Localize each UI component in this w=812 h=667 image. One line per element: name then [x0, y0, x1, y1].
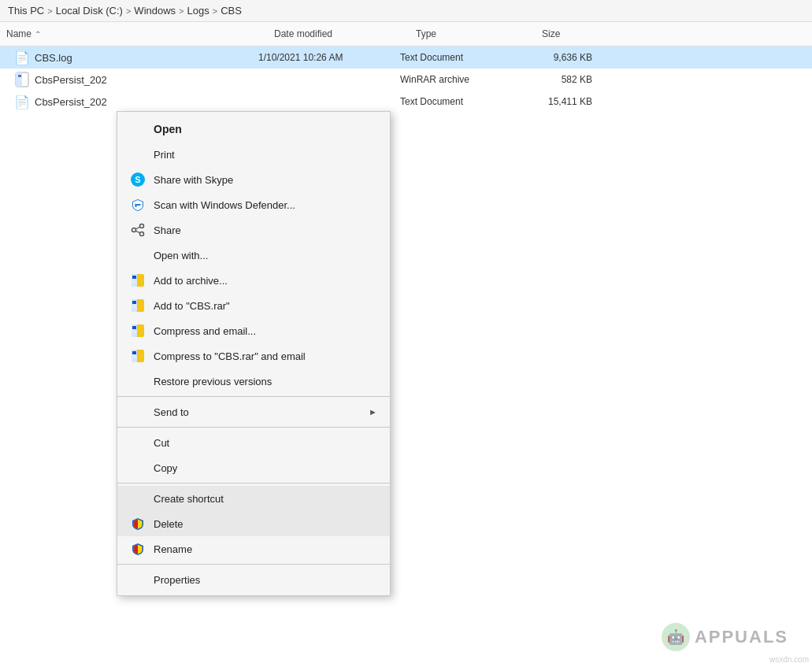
ctx-add-archive[interactable]: Add to archive...: [117, 268, 390, 293]
file-name: CBS.log: [35, 52, 72, 64]
ctx-send-to[interactable]: Send to ►: [117, 399, 390, 424]
ctx-compress-email-label: Compress and email...: [154, 325, 377, 337]
rar-file-icon: [14, 72, 30, 87]
file-size-cell: 15,411 KB: [520, 96, 599, 107]
print-icon: [130, 146, 146, 162]
svg-rect-30: [132, 355, 136, 357]
ctx-restore-label: Restore previous versions: [154, 376, 377, 387]
breadcrumb-sep-1: >: [47, 6, 52, 16]
shield-delete-icon: [130, 516, 146, 532]
svg-rect-29: [132, 351, 136, 354]
winrar-icon-2: [130, 298, 146, 313]
ctx-rename[interactable]: Rename: [117, 536, 390, 561]
svg-point-7: [140, 224, 144, 228]
ctx-cut[interactable]: Cut: [117, 430, 390, 455]
file-name: CbsPersist_202: [35, 96, 107, 108]
ctx-compress-email[interactable]: Compress and email...: [117, 318, 390, 343]
svg-rect-24: [132, 326, 136, 329]
ctx-scan-defender[interactable]: Scan with Windows Defender...: [117, 192, 390, 217]
ctx-properties[interactable]: Properties: [117, 567, 390, 592]
open-icon: [130, 121, 146, 137]
copy-icon: [130, 460, 146, 476]
col-header-date[interactable]: Date modified: [268, 25, 410, 43]
ctx-compress-cbs-email[interactable]: Compress to "CBS.rar" and email: [117, 343, 390, 369]
breadcrumb-this-pc[interactable]: This PC: [8, 5, 44, 17]
ctx-separator-2: [117, 427, 390, 428]
ctx-print-label: Print: [154, 149, 377, 161]
file-date-cell: 1/10/2021 10:26 AM: [252, 52, 394, 63]
ctx-share-skype[interactable]: S Share with Skype: [117, 167, 390, 192]
col-header-type[interactable]: Type: [410, 25, 536, 43]
svg-rect-20: [132, 305, 136, 306]
svg-rect-16: [132, 282, 136, 283]
send-to-icon: [130, 404, 146, 420]
ctx-share-label: Share: [154, 224, 377, 236]
file-name-cell: 📄 CbsPersist_202: [0, 94, 252, 109]
svg-point-8: [132, 228, 136, 232]
defender-icon: [130, 197, 146, 213]
wsxdn-label: wsxdn.com: [769, 655, 809, 664]
breadcrumb-windows[interactable]: Windows: [134, 5, 176, 17]
file-type-cell: WinRAR archive: [394, 74, 520, 85]
svg-rect-19: [132, 301, 136, 304]
svg-point-9: [140, 232, 144, 236]
svg-rect-4: [18, 80, 21, 80]
ctx-cut-label: Cut: [154, 437, 377, 449]
breadcrumb-local-disk[interactable]: Local Disk (C:): [56, 5, 123, 17]
ctx-send-to-label: Send to: [154, 406, 361, 418]
ctx-skype-label: Share with Skype: [154, 174, 377, 186]
col-header-size[interactable]: Size: [536, 25, 614, 43]
breadcrumb-sep-2: >: [126, 6, 131, 16]
cut-icon: [130, 435, 146, 450]
file-type-cell: Text Document: [394, 96, 520, 107]
ctx-send-to-arrow-icon: ►: [369, 407, 377, 417]
watermark: 🤖 APPUALS: [662, 623, 788, 651]
ctx-delete[interactable]: Delete: [117, 511, 390, 536]
ctx-open-with[interactable]: Open with...: [117, 243, 390, 268]
ctx-add-cbs[interactable]: Add to "CBS.rar": [117, 293, 390, 318]
breadcrumb-logs[interactable]: Logs: [187, 5, 209, 17]
ctx-restore-versions[interactable]: Restore previous versions: [117, 369, 390, 394]
ctx-separator-4: [117, 564, 390, 565]
open-with-icon: [130, 247, 146, 263]
winrar-icon-3: [130, 323, 146, 339]
properties-icon: [130, 572, 146, 587]
ctx-properties-label: Properties: [154, 574, 377, 586]
breadcrumb-cbs[interactable]: CBS: [221, 5, 242, 17]
svg-rect-31: [132, 358, 136, 359]
ctx-separator-1: [117, 396, 390, 397]
ctx-print[interactable]: Print: [117, 142, 390, 167]
sort-arrow-icon: ⌃: [35, 30, 41, 39]
ctx-delete-label: Delete: [154, 518, 377, 530]
ctx-share[interactable]: Share: [117, 217, 390, 243]
restore-icon: [130, 373, 146, 389]
table-row[interactable]: CbsPersist_202 WinRAR archive 582 KB: [0, 69, 812, 91]
ctx-copy[interactable]: Copy: [117, 455, 390, 480]
file-type-cell: Text Document: [394, 52, 520, 63]
watermark-logo: 🤖: [662, 623, 690, 651]
skype-icon: S: [130, 172, 146, 187]
ctx-open[interactable]: Open: [117, 115, 390, 142]
table-row[interactable]: 📄 CBS.log 1/10/2021 10:26 AM Text Docume…: [0, 46, 812, 69]
breadcrumb-sep-3: >: [179, 6, 184, 16]
winrar-icon-1: [130, 272, 146, 288]
file-name-cell: CbsPersist_202: [0, 72, 252, 87]
col-header-name[interactable]: Name ⌃: [0, 25, 268, 43]
svg-rect-3: [18, 78, 21, 79]
ctx-create-shortcut-label: Create shortcut: [154, 493, 377, 505]
watermark-text: APPUALS: [695, 627, 788, 647]
txt-file-icon: 📄: [14, 50, 30, 65]
context-menu: Open Print S Share with Skype: [117, 111, 391, 596]
share-icon: [130, 222, 146, 238]
column-headers: Name ⌃ Date modified Type Size: [0, 22, 812, 46]
ctx-compress-cbs-label: Compress to "CBS.rar" and email: [154, 350, 377, 362]
svg-rect-2: [18, 75, 21, 77]
file-size-cell: 9,636 KB: [520, 52, 599, 63]
svg-line-10: [135, 227, 140, 229]
winrar-icon-4: [130, 348, 146, 364]
svg-line-11: [135, 231, 140, 233]
svg-rect-15: [132, 280, 136, 281]
svg-rect-25: [132, 330, 136, 332]
ctx-create-shortcut[interactable]: Create shortcut: [117, 486, 390, 511]
table-row[interactable]: 📄 CbsPersist_202 Text Document 15,411 KB: [0, 91, 812, 113]
